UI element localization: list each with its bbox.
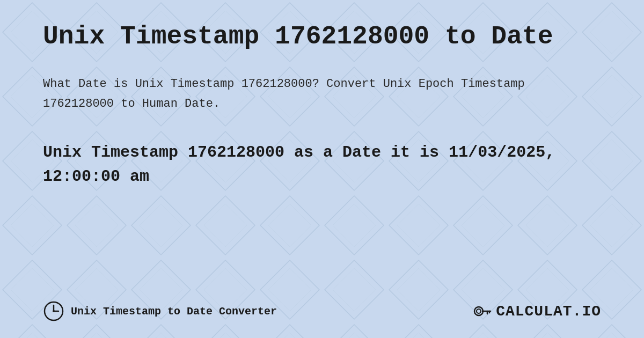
logo-icon xyxy=(472,302,492,321)
footer-label: Unix Timestamp to Date Converter xyxy=(71,305,277,318)
page-title: Unix Timestamp 1762128000 to Date xyxy=(43,21,601,53)
result-section: Unix Timestamp 1762128000 as a Date it i… xyxy=(43,141,601,189)
main-content: Unix Timestamp 1762128000 to Date What D… xyxy=(0,0,644,237)
footer: Unix Timestamp to Date Converter CALCULA… xyxy=(43,300,601,322)
logo: CALCULAT.IO xyxy=(472,302,601,321)
svg-point-7 xyxy=(53,310,55,312)
page-description: What Date is Unix Timestamp 1762128000? … xyxy=(43,74,526,114)
logo-text: CALCULAT.IO xyxy=(496,303,601,320)
clock-icon xyxy=(43,300,64,322)
svg-point-9 xyxy=(477,309,481,313)
svg-point-8 xyxy=(474,307,483,315)
footer-left: Unix Timestamp to Date Converter xyxy=(43,300,277,322)
result-text: Unix Timestamp 1762128000 as a Date it i… xyxy=(43,141,601,189)
